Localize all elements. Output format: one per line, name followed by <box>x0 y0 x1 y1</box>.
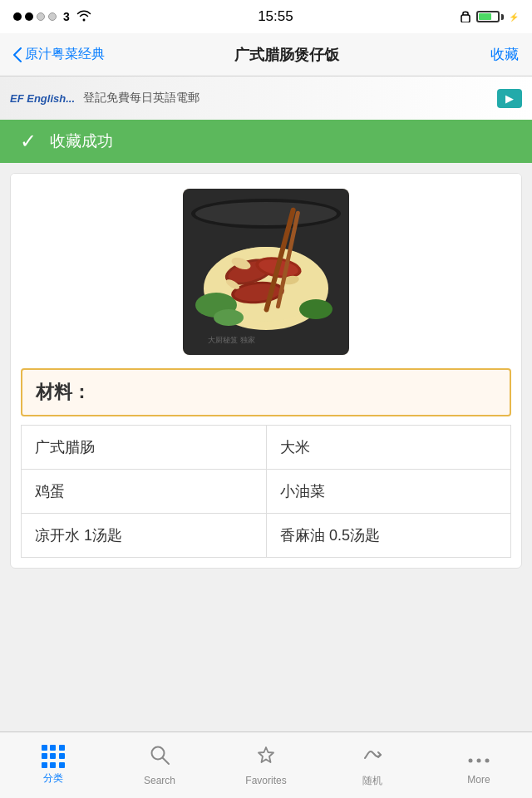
status-right: ⚡ <box>460 9 519 25</box>
ad-banner[interactable]: EF English... 登記免費每日英語電郵 ▶ <box>0 76 532 120</box>
page-title: 广式腊肠煲仔饭 <box>105 45 469 65</box>
tab-more-label: More <box>467 774 490 786</box>
tab-search[interactable]: Search <box>106 732 213 798</box>
favorites-icon <box>255 744 277 771</box>
check-icon: ✓ <box>20 130 37 153</box>
recipe-card: 大厨秘笈 独家 材料： 广式腊肠 大米 鸡蛋 小油菜 凉开水 1汤匙 香麻油 0… <box>10 173 522 569</box>
ingredient-water: 凉开水 1汤匙 <box>21 513 266 558</box>
charging-icon: ⚡ <box>509 12 519 22</box>
wifi-icon <box>76 10 91 24</box>
svg-point-7 <box>299 299 332 319</box>
nav-bar: 原汁粤菜经典 广式腊肠煲仔饭 收藏 <box>0 33 532 76</box>
success-notification: ✓ 收藏成功 <box>0 120 532 163</box>
tab-search-label: Search <box>144 775 175 786</box>
ingredient-oil: 香麻油 0.5汤匙 <box>266 513 511 558</box>
tab-favorites-label: Favorites <box>245 775 286 786</box>
ingredient-guangchangsausage: 广式腊肠 <box>21 425 266 469</box>
back-button[interactable]: 原汁粤菜经典 <box>13 46 105 63</box>
signal-dots <box>13 12 57 21</box>
tab-categories-label: 分类 <box>43 771 63 786</box>
time-display: 15:55 <box>258 8 293 25</box>
tab-categories[interactable]: 分类 <box>0 732 106 798</box>
ingredients-grid: 广式腊肠 大米 鸡蛋 小油菜 凉开水 1汤匙 香麻油 0.5汤匙 <box>21 425 511 558</box>
svg-point-21 <box>152 747 165 760</box>
svg-point-24 <box>477 759 481 763</box>
lock-icon <box>460 9 471 25</box>
svg-point-8 <box>214 309 244 326</box>
status-left: 3 <box>13 10 91 24</box>
ingredient-greens: 小油菜 <box>266 469 511 513</box>
carrier-label: 3 <box>63 10 70 23</box>
random-icon <box>362 743 383 771</box>
ef-ad-text: 登記免費每日英語電郵 <box>83 91 200 106</box>
back-label: 原汁粤菜经典 <box>25 46 105 63</box>
search-icon <box>149 744 170 771</box>
dot-4 <box>48 12 57 21</box>
tab-favorites[interactable]: Favorites <box>213 732 319 798</box>
status-bar: 3 15:55 ⚡ <box>0 0 532 33</box>
svg-point-23 <box>469 759 473 763</box>
favorite-button[interactable]: 收藏 <box>469 45 519 64</box>
dot-1 <box>13 12 22 21</box>
ef-btn-label: ▶ <box>505 92 514 105</box>
battery-indicator <box>476 11 504 22</box>
svg-line-22 <box>163 758 169 764</box>
dish-image-wrapper: 大厨秘笈 独家 <box>11 174 521 368</box>
ingredients-header: 材料： <box>21 368 511 416</box>
tab-random-label: 随机 <box>362 774 382 788</box>
svg-text:大厨秘笈 独家: 大厨秘笈 独家 <box>208 336 255 344</box>
categories-icon <box>42 745 65 768</box>
dot-2 <box>25 12 33 21</box>
svg-point-25 <box>485 759 490 763</box>
dot-3 <box>37 12 45 21</box>
ef-ad-button[interactable]: ▶ <box>497 89 522 108</box>
svg-point-3 <box>195 202 337 225</box>
success-message: 收藏成功 <box>50 131 113 152</box>
svg-rect-0 <box>461 15 470 22</box>
tab-bar: 分类 Search Favorites 随机 <box>0 732 532 798</box>
tab-random[interactable]: 随机 <box>319 732 426 798</box>
ingredient-rice: 大米 <box>266 425 511 469</box>
ef-logo: EF English... <box>10 92 75 105</box>
more-icon <box>468 745 490 771</box>
ingredient-egg: 鸡蛋 <box>21 469 266 513</box>
tab-more[interactable]: More <box>426 732 532 798</box>
dish-image: 大厨秘笈 独家 <box>183 189 349 355</box>
